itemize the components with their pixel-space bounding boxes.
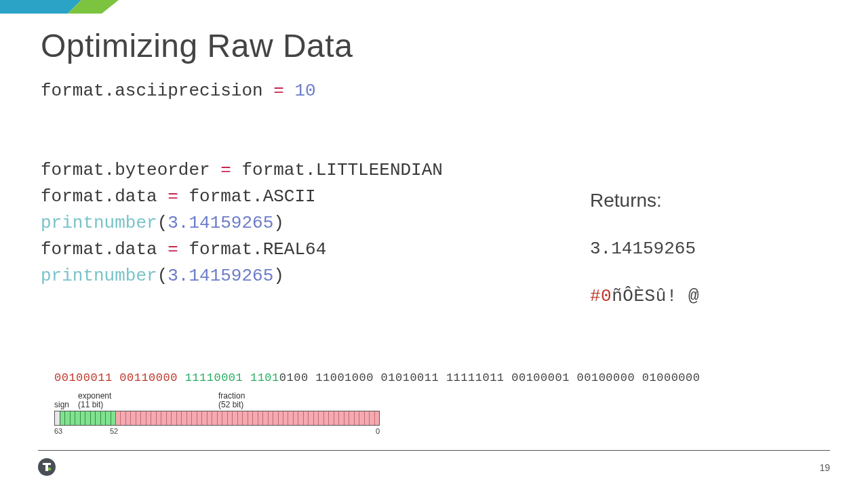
slide: Optimizing Raw Data format.asciiprecisio… (0, 0, 868, 488)
returns-binary-bytes: ñÔÈSû! @ (612, 286, 699, 306)
code-text: format.LITTLEENDIAN (231, 160, 443, 180)
code-number: 10 (294, 81, 315, 101)
label-sign: sign (54, 400, 69, 409)
code-text: format.byteorder (41, 160, 220, 180)
code-operator: = (220, 160, 231, 180)
code-operator: = (167, 186, 178, 207)
label-exponent: exponent (11 bit) (78, 392, 111, 409)
footer-divider (38, 450, 830, 451)
code-paren: ) (273, 266, 284, 286)
tick-mid: 52 (110, 427, 118, 435)
returns-block: Returns: 3.14159265 #0ñÔÈSû! @ (590, 190, 699, 306)
corner-accent-icon (0, 0, 136, 14)
code-line: format.data = format.ASCII (41, 184, 443, 210)
code-text: format.REAL64 (178, 239, 326, 260)
code-function: printnumber (41, 266, 157, 286)
code-text: format.data (41, 239, 167, 260)
code-function: printnumber (41, 213, 157, 233)
returns-binary-value: #0ñÔÈSû! @ (590, 286, 699, 306)
code-paren: ( (157, 213, 168, 233)
bit-exp-bits: 1110001 (192, 371, 250, 384)
label-exponent-bits: (11 bit) (78, 401, 111, 409)
code-blank-line (41, 131, 443, 157)
code-paren: ( (157, 266, 168, 286)
code-number: 3.14159265 (167, 266, 273, 286)
code-text: format.data (41, 186, 167, 207)
code-line: format.asciiprecision = 10 (41, 78, 443, 104)
code-operator: = (167, 239, 178, 260)
svg-point-2 (48, 468, 51, 470)
code-block: format.asciiprecision = 10 format.byteor… (41, 78, 443, 289)
bit-bar-fraction (116, 411, 379, 425)
code-line: printnumber(3.14159265) (41, 210, 443, 237)
code-paren: ) (273, 213, 284, 233)
footer-logo-icon (38, 458, 56, 476)
bit-bar-ticks: 63 52 0 (54, 426, 380, 436)
diagram-labels: sign exponent (11 bit) fraction (52 bit) (54, 392, 380, 411)
code-line: format.data = format.REAL64 (41, 237, 443, 263)
returns-ascii-value: 3.14159265 (590, 239, 699, 259)
page-number: 19 (819, 462, 830, 473)
code-number: 3.14159265 (167, 213, 273, 233)
tick-left: 63 (54, 427, 62, 435)
ieee754-diagram: sign exponent (11 bit) fraction (52 bit)… (54, 392, 380, 436)
returns-binary-prefix: #0 (590, 286, 612, 306)
code-text: format.ASCII (178, 186, 316, 207)
tick-right: 0 (376, 427, 380, 435)
code-text (284, 81, 295, 101)
bit-exp-bits: 1101 (250, 371, 279, 384)
bit-fraction-bits: 0100 11001000 01010011 11111011 00100001… (279, 371, 701, 384)
slide-title: Optimizing Raw Data (41, 27, 353, 64)
bit-bar-sign (55, 411, 60, 425)
bit-string: 00100011 00110000 11110001 11010100 1100… (54, 371, 700, 384)
code-text: format.asciiprecision (41, 81, 273, 101)
bit-bar-exponent (60, 411, 117, 425)
code-blank-line (41, 104, 443, 131)
svg-marker-0 (0, 0, 81, 14)
code-operator: = (273, 81, 284, 101)
returns-label: Returns: (590, 190, 699, 211)
label-fraction: fraction (52 bit) (218, 392, 245, 409)
code-line: printnumber(3.14159265) (41, 263, 443, 289)
bit-bar (54, 411, 380, 426)
label-fraction-bits: (52 bit) (218, 401, 245, 409)
code-line: format.byteorder = format.LITTLEENDIAN (41, 157, 443, 184)
bit-bytes-header: 00100011 00110000 (54, 371, 185, 384)
bit-sign-bit: 1 (185, 371, 193, 384)
